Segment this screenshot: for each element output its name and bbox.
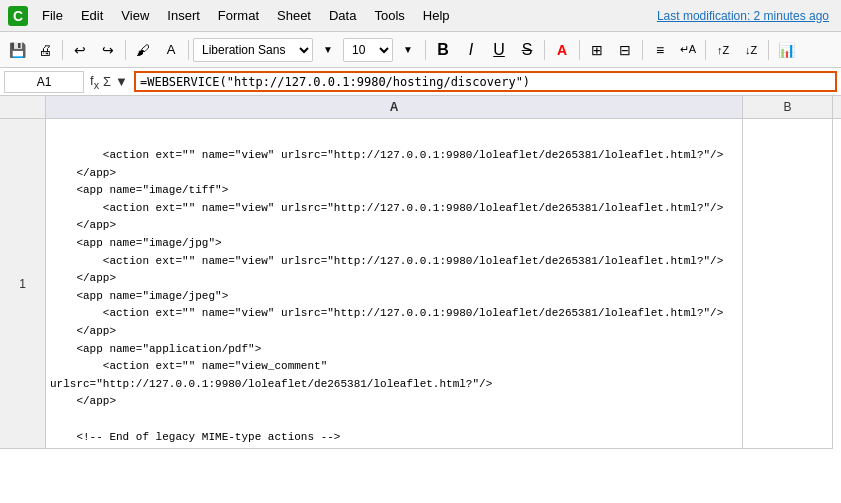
toolbar-separator-1	[62, 40, 63, 60]
borders-button[interactable]: ⊞	[584, 37, 610, 63]
menu-data[interactable]: Data	[321, 4, 364, 27]
undo-button[interactable]: ↩	[67, 37, 93, 63]
menu-tools[interactable]: Tools	[366, 4, 412, 27]
sheet-body: 1 <action ext="" name="view" urlsrc="htt…	[0, 119, 841, 449]
wrap-text-button[interactable]: ↵A	[675, 37, 701, 63]
menu-view[interactable]: View	[113, 4, 157, 27]
menu-sheet[interactable]: Sheet	[269, 4, 319, 27]
toolbar-separator-2	[125, 40, 126, 60]
row-header-1[interactable]: 1	[0, 119, 46, 449]
menu-format[interactable]: Format	[210, 4, 267, 27]
formula-bar: fx Σ ▼	[0, 68, 841, 96]
italic-button[interactable]: I	[458, 37, 484, 63]
menu-file[interactable]: File	[34, 4, 71, 27]
formula-input[interactable]	[140, 75, 831, 89]
toolbar-separator-3	[188, 40, 189, 60]
cells-area: <action ext="" name="view" urlsrc="http:…	[46, 119, 841, 449]
print-button[interactable]: 🖨	[32, 37, 58, 63]
toolbar-separator-5	[544, 40, 545, 60]
toolbar-separator-8	[705, 40, 706, 60]
toolbar-separator-6	[579, 40, 580, 60]
formula-icons: fx Σ ▼	[84, 73, 134, 91]
toolbar-separator-4	[425, 40, 426, 60]
menu-insert[interactable]: Insert	[159, 4, 208, 27]
sum-icon[interactable]: Σ	[103, 74, 111, 89]
menu-help[interactable]: Help	[415, 4, 458, 27]
svg-text:C: C	[13, 8, 23, 24]
table-row: <action ext="" name="view" urlsrc="http:…	[46, 119, 841, 449]
cell-a1[interactable]: <action ext="" name="view" urlsrc="http:…	[46, 119, 743, 449]
clone-format-button[interactable]: 🖌	[130, 37, 156, 63]
column-headers: A B	[0, 96, 841, 119]
bold-button[interactable]: B	[430, 37, 456, 63]
toolbar-separator-9	[768, 40, 769, 60]
menu-edit[interactable]: Edit	[73, 4, 111, 27]
underline-button[interactable]: U	[486, 37, 512, 63]
font-name-dropdown[interactable]: ▼	[315, 37, 341, 63]
row-headers: 1	[0, 119, 46, 449]
redo-button[interactable]: ↪	[95, 37, 121, 63]
cell-reference-input[interactable]	[4, 71, 84, 93]
borders-more-button[interactable]: ⊟	[612, 37, 638, 63]
toolbar-separator-7	[642, 40, 643, 60]
font-size-select[interactable]: 10	[343, 38, 393, 62]
formula-input-wrapper	[134, 71, 837, 92]
font-color-button[interactable]: A	[549, 37, 575, 63]
font-size-dropdown[interactable]: ▼	[395, 37, 421, 63]
spell-check-button[interactable]: A	[158, 37, 184, 63]
app-logo: C	[4, 2, 32, 30]
font-name-select[interactable]: Liberation Sans	[193, 38, 313, 62]
col-header-a[interactable]: A	[46, 96, 743, 118]
function-wizard-icon[interactable]: fx	[90, 73, 99, 91]
formula-dropdown-icon[interactable]: ▼	[115, 74, 128, 89]
header-corner	[0, 96, 46, 118]
chart-button[interactable]: 📊	[773, 37, 799, 63]
cell-b1[interactable]	[743, 119, 833, 449]
save-button[interactable]: 💾	[4, 37, 30, 63]
sort-asc-button[interactable]: ↑Z	[710, 37, 736, 63]
sort-desc-button[interactable]: ↓Z	[738, 37, 764, 63]
toolbar: 💾 🖨 ↩ ↪ 🖌 A Liberation Sans ▼ 10 ▼ B I U…	[0, 32, 841, 68]
sheet-area: A B 1 <action ext="" name="view" urlsrc=…	[0, 96, 841, 449]
menu-bar: C File Edit View Insert Format Sheet Dat…	[0, 0, 841, 32]
strikethrough-button[interactable]: S	[514, 37, 540, 63]
last-modification[interactable]: Last modification: 2 minutes ago	[657, 9, 837, 23]
align-left-button[interactable]: ≡	[647, 37, 673, 63]
cell-a1-content: <action ext="" name="view" urlsrc="http:…	[50, 147, 738, 449]
col-header-b[interactable]: B	[743, 96, 833, 118]
